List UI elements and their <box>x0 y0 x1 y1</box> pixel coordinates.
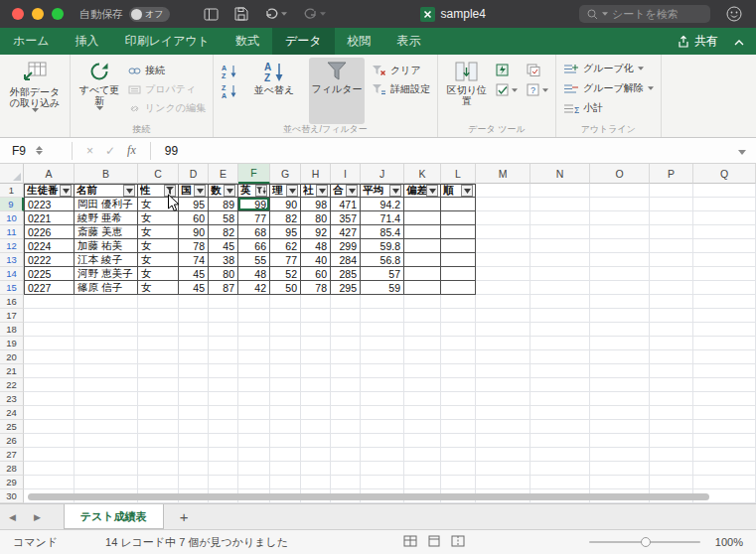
cell-J16[interactable] <box>361 295 404 309</box>
cell-Q11[interactable] <box>693 225 756 239</box>
cell-G17[interactable] <box>270 309 301 323</box>
cell-E17[interactable] <box>209 309 238 323</box>
prev-sheet-button[interactable]: ◀ <box>0 512 25 522</box>
cell-Q26[interactable] <box>693 434 756 448</box>
row-header-19[interactable]: 19 <box>0 337 24 350</box>
row-header-24[interactable]: 24 <box>0 406 24 420</box>
cell-H20[interactable] <box>301 350 331 364</box>
table-header-cell-F1[interactable]: 英 <box>238 184 270 198</box>
cell-G16[interactable] <box>270 295 301 309</box>
cell-E9[interactable]: 89 <box>209 198 238 211</box>
cancel-icon[interactable]: × <box>86 144 93 158</box>
cell-F23[interactable] <box>238 392 270 406</box>
cell-A15[interactable]: 0227 <box>24 281 75 295</box>
cell-D18[interactable] <box>179 323 209 337</box>
cell-F10[interactable]: 77 <box>238 211 270 225</box>
cell-G10[interactable]: 82 <box>270 211 301 225</box>
cell-I18[interactable] <box>331 323 361 337</box>
formula-input[interactable]: 99 <box>159 144 178 158</box>
cell-C22[interactable] <box>138 378 179 392</box>
cell-G21[interactable] <box>270 364 301 378</box>
cell-A9[interactable]: 0223 <box>24 198 75 211</box>
name-box-stepper[interactable] <box>36 146 43 155</box>
cell-C13[interactable]: 女 <box>138 253 179 267</box>
cell-I17[interactable] <box>331 309 361 323</box>
cell-L21[interactable] <box>441 364 476 378</box>
cell-H23[interactable] <box>301 392 331 406</box>
cell-J12[interactable]: 59.8 <box>361 239 404 253</box>
cell-C20[interactable] <box>138 350 179 364</box>
cell-P10[interactable] <box>650 211 693 225</box>
cell-J22[interactable] <box>361 378 404 392</box>
redo-button[interactable] <box>303 8 326 21</box>
cell-P25[interactable] <box>650 420 693 434</box>
cell-K22[interactable] <box>404 378 441 392</box>
autosave-toggle[interactable]: オフ <box>129 7 170 22</box>
cell-C19[interactable] <box>138 337 179 350</box>
cell-K26[interactable] <box>404 434 441 448</box>
cell-A21[interactable] <box>24 364 75 378</box>
cell-F29[interactable] <box>238 476 270 489</box>
edit-links-button[interactable]: リンクの編集 <box>128 101 206 115</box>
cell-P1[interactable] <box>650 184 693 198</box>
column-header-M[interactable]: M <box>476 164 530 184</box>
cell-I24[interactable] <box>331 406 361 420</box>
row-header-20[interactable]: 20 <box>0 350 24 364</box>
cell-H19[interactable] <box>301 337 331 350</box>
cell-D21[interactable] <box>179 364 209 378</box>
cell-C21[interactable] <box>138 364 179 378</box>
row-header-22[interactable]: 22 <box>0 378 24 392</box>
cell-F18[interactable] <box>238 323 270 337</box>
cell-C11[interactable]: 女 <box>138 225 179 239</box>
cell-I28[interactable] <box>331 462 361 476</box>
cell-E10[interactable]: 58 <box>209 211 238 225</box>
cell-B22[interactable] <box>75 378 138 392</box>
save-button[interactable] <box>234 7 248 21</box>
tab-formulas[interactable]: 数式 <box>223 28 272 55</box>
cell-A27[interactable] <box>24 448 75 462</box>
cell-Q27[interactable] <box>693 448 756 462</box>
cell-C18[interactable] <box>138 323 179 337</box>
cell-P28[interactable] <box>650 462 693 476</box>
cell-M18[interactable] <box>476 323 530 337</box>
cell-K28[interactable] <box>404 462 441 476</box>
cell-L16[interactable] <box>441 295 476 309</box>
cell-G15[interactable]: 50 <box>270 281 301 295</box>
search-box[interactable] <box>579 5 710 23</box>
cell-D17[interactable] <box>179 309 209 323</box>
cell-F22[interactable] <box>238 378 270 392</box>
zoom-knob[interactable] <box>641 537 651 547</box>
cell-P15[interactable] <box>650 281 693 295</box>
cell-Q10[interactable] <box>693 211 756 225</box>
cell-J19[interactable] <box>361 337 404 350</box>
cell-P18[interactable] <box>650 323 693 337</box>
cell-A12[interactable]: 0224 <box>24 239 75 253</box>
cell-N16[interactable] <box>530 295 590 309</box>
tab-view[interactable]: 表示 <box>384 28 434 55</box>
cell-E24[interactable] <box>209 406 238 420</box>
cell-K20[interactable] <box>404 350 441 364</box>
cell-F19[interactable] <box>238 337 270 350</box>
cell-B13[interactable]: 江本 綾子 <box>75 253 138 267</box>
cell-B20[interactable] <box>75 350 138 364</box>
cell-J11[interactable]: 85.4 <box>361 225 404 239</box>
table-header-cell-J1[interactable]: 平均 <box>361 184 404 198</box>
zoom-window-button[interactable] <box>52 8 64 20</box>
row-header-30[interactable]: 30 <box>0 489 24 503</box>
cell-B15[interactable]: 篠原 信子 <box>75 281 138 295</box>
next-sheet-button[interactable]: ▶ <box>25 512 50 522</box>
cell-E29[interactable] <box>209 476 238 489</box>
cell-N13[interactable] <box>530 253 590 267</box>
cell-O17[interactable] <box>590 309 650 323</box>
cell-C14[interactable]: 女 <box>138 267 179 281</box>
cell-P27[interactable] <box>650 448 693 462</box>
cell-K29[interactable] <box>404 476 441 489</box>
cell-B11[interactable]: 斎藤 美恵 <box>75 225 138 239</box>
cell-I11[interactable]: 427 <box>331 225 361 239</box>
cell-P26[interactable] <box>650 434 693 448</box>
cell-M11[interactable] <box>476 225 530 239</box>
cell-M22[interactable] <box>476 378 530 392</box>
cell-E11[interactable]: 82 <box>209 225 238 239</box>
row-header-17[interactable]: 17 <box>0 309 24 323</box>
cell-M21[interactable] <box>476 364 530 378</box>
